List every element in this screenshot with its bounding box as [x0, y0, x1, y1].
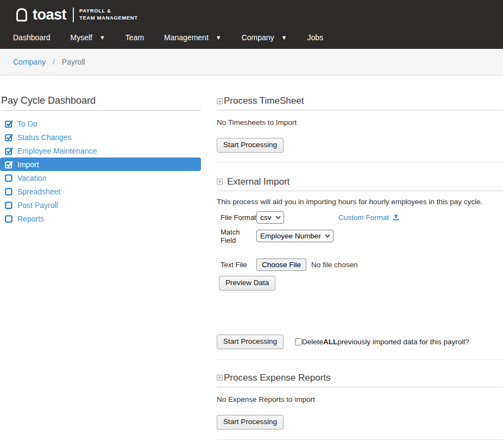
breadcrumb-current: Payroll: [62, 58, 85, 66]
empty-square-icon: [4, 214, 14, 223]
expand-plus-icon[interactable]: [217, 179, 223, 185]
pay-cycle-steps: To Do Status Changes Employee Maintenanc…: [0, 117, 201, 225]
empty-square-icon: [4, 200, 14, 210]
section-process-expense-reports: Process Expense Reports No Expense Repor…: [217, 373, 503, 440]
upload-icon: [392, 213, 400, 221]
nav-item-myself[interactable]: Myself ▼: [71, 33, 105, 42]
chevron-down-icon: ▼: [216, 34, 222, 41]
nav-item-jobs[interactable]: Jobs: [307, 33, 324, 42]
preview-data-button[interactable]: Preview Data: [219, 276, 275, 291]
chevron-down-icon: ▼: [281, 34, 287, 41]
sidebar-item-post-payroll[interactable]: Post Payroll: [0, 198, 201, 212]
section-process-timesheet: Process TimeSheet No Timesheets to Impor…: [217, 96, 503, 163]
file-format-label: File Format: [221, 213, 256, 222]
text-file-row: Text File Choose File No file chosen: [217, 258, 503, 271]
match-field-select[interactable]: Employee Number: [256, 230, 334, 242]
brand-separator: [73, 8, 74, 22]
brand-tagline: PAYROLL & TEAM MANAGEMENT: [79, 8, 138, 22]
nav-item-company[interactable]: Company ▼: [242, 33, 287, 42]
nav-item-team[interactable]: Team: [125, 33, 144, 42]
section-external-import: External Import This process will aid yo…: [217, 176, 503, 360]
file-format-select-wrap: csv: [256, 211, 284, 224]
delete-all-checkbox[interactable]: [295, 338, 302, 345]
expense-status-text: No Expense Reports to import: [217, 395, 503, 403]
expand-plus-icon[interactable]: [217, 98, 223, 104]
expense-start-processing-button[interactable]: Start Processing: [217, 415, 284, 430]
sidebar-item-employee-maintenance[interactable]: Employee Maintenance: [0, 144, 201, 157]
nav-item-management[interactable]: Management ▼: [164, 33, 222, 42]
section-title-expense-reports: Process Expense Reports: [217, 373, 503, 387]
breadcrumb: Company / Payroll: [0, 49, 503, 75]
main-nav: Dashboard Myself ▼ Team Management ▼ Com…: [13, 26, 503, 49]
nav-item-dashboard[interactable]: Dashboard: [13, 33, 51, 42]
chevron-down-icon: ▼: [99, 34, 105, 41]
text-file-label: Text File: [221, 261, 256, 269]
file-format-row: File Format csv Custom Format: [217, 211, 503, 224]
sidebar-item-import[interactable]: Import: [0, 157, 201, 171]
toast-bread-icon: [13, 6, 30, 23]
check-square-icon: [4, 119, 14, 128]
sidebar-title: Pay Cycle Dashboard: [1, 95, 201, 111]
brand-name: toast: [33, 8, 66, 22]
file-format-select[interactable]: csv: [256, 211, 284, 224]
sidebar-item-status-changes[interactable]: Status Changes: [0, 130, 201, 144]
match-field-row: Match Field Employee Number: [217, 228, 503, 244]
check-square-icon: [4, 146, 14, 155]
external-start-row: Start Processing Delete ALL previously i…: [217, 335, 503, 359]
custom-format-link[interactable]: Custom Format: [338, 213, 400, 222]
external-import-description: This process will aid you in importing h…: [217, 198, 503, 206]
check-square-icon: [4, 132, 14, 142]
breadcrumb-company-link[interactable]: Company: [13, 58, 46, 66]
timesheet-status-text: No Timesheets to Import: [217, 118, 503, 127]
check-square-icon: [4, 160, 14, 169]
external-start-processing-button[interactable]: Start Processing: [217, 335, 284, 349]
expand-plus-icon[interactable]: [217, 375, 223, 381]
empty-square-icon: [4, 173, 14, 182]
top-header: toast PAYROLL & TEAM MANAGEMENT Dashboar…: [0, 0, 503, 49]
breadcrumb-separator: /: [53, 58, 55, 66]
file-chosen-status: No file chosen: [311, 261, 358, 269]
delete-all-checkbox-label[interactable]: Delete ALL previously imported data for …: [295, 338, 469, 346]
brand: toast PAYROLL & TEAM MANAGEMENT: [13, 4, 503, 26]
section-title-external-import: External Import: [217, 176, 503, 191]
section-title-process-timesheet: Process TimeSheet: [217, 96, 503, 110]
match-field-label: Match Field: [221, 228, 256, 244]
sidebar-item-vacation[interactable]: Vacation: [0, 171, 201, 185]
pay-cycle-sidebar: Pay Cycle Dashboard To Do Status Changes: [0, 75, 201, 225]
sidebar-item-to-do[interactable]: To Do: [0, 117, 201, 130]
timesheet-start-processing-button[interactable]: Start Processing: [217, 138, 284, 153]
sidebar-item-reports[interactable]: Reports: [0, 212, 201, 225]
sidebar-item-spreadsheet[interactable]: Spreadsheet: [0, 185, 201, 198]
choose-file-button[interactable]: Choose File: [256, 258, 306, 271]
match-field-select-wrap: Employee Number: [256, 230, 334, 242]
empty-square-icon: [4, 187, 14, 196]
main-content: Process TimeSheet No Timesheets to Impor…: [217, 75, 503, 448]
